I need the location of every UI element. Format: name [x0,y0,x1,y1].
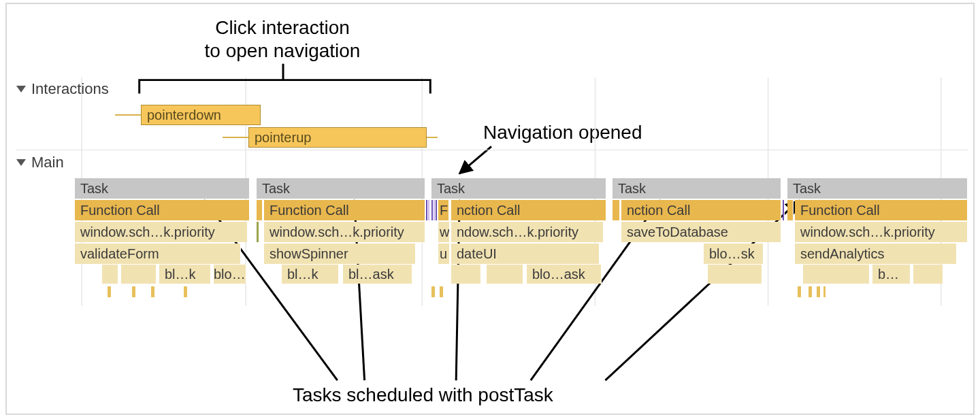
cap-a[interactable] [108,286,112,297]
sched-2[interactable]: window.sch…k.priority [264,222,425,242]
sub-4a[interactable] [708,265,762,284]
update-ui-a[interactable]: u [438,244,450,264]
validate-form[interactable]: validateForm [75,244,241,264]
sub-5b[interactable]: b… [872,265,911,284]
flame-row-functions: validateForm showSpinner u dateUI blo…sk… [75,244,968,265]
pointerdown-tail-left [115,114,141,116]
sub-3a[interactable] [451,265,481,284]
cap-c[interactable] [151,286,155,297]
task-1[interactable]: Task [75,178,250,199]
fc-5[interactable]: Function Call [795,200,968,220]
fc-5a[interactable] [787,200,794,220]
annotation-line-2: to open navigation [177,39,388,63]
task-4[interactable]: Task [612,178,781,199]
show-spinner[interactable]: showSpinner [264,244,416,264]
fc-2a[interactable] [257,200,263,220]
fc-2[interactable]: Function Call [264,200,425,220]
sched-5[interactable]: window.sch…k.priority [795,222,968,242]
flame-row-blocking: bl…k blo…sk bl…k bl…ask blo…ask b… [75,265,968,286]
sub-1a[interactable] [102,265,118,284]
svg-line-7 [459,146,491,173]
save-db[interactable]: saveToDatabase [621,222,781,242]
sub-1b[interactable] [121,265,157,284]
section-header-main[interactable]: Main [16,154,64,171]
update-ui[interactable]: dateUI [451,244,600,264]
task-3[interactable]: Task [431,178,606,199]
cap-j[interactable] [823,286,826,297]
cap-d[interactable] [184,286,188,297]
sched-3a[interactable]: w [438,222,450,242]
section-header-interactions[interactable]: Interactions [16,80,109,98]
flame-row-caps [75,286,968,307]
annotation-click-interaction: Click interaction to open navigation [177,16,388,62]
sub-3b[interactable] [487,265,523,284]
annotation-line-1: Click interaction [177,16,388,39]
fc-3[interactable]: nction Call [451,200,606,220]
sub-1d[interactable]: blo…sk [214,265,246,284]
sliver-purple-lt[interactable] [428,200,430,220]
disclosure-icon[interactable] [16,159,26,166]
fc-4a[interactable] [612,200,620,220]
task-2[interactable]: Task [257,178,425,199]
task-5[interactable]: Task [787,178,968,199]
sub-1c[interactable]: bl…k [159,265,211,284]
sub-2b[interactable]: bl…ask [343,265,412,284]
fc-3a[interactable]: F [438,200,449,220]
flame-row-function-call: Function Call Function Call F nction Cal… [75,200,968,221]
sub-3c[interactable]: blo…ask [527,265,602,284]
sliver-purple-4[interactable] [783,200,785,220]
cap-i[interactable] [817,286,821,297]
sliver-g1[interactable] [257,222,259,242]
sub-5c[interactable] [913,265,943,284]
fc-1[interactable]: Function Call [75,200,250,220]
flame-row-task: Task Task Task Task Task [75,178,968,199]
sub-5a[interactable] [803,265,870,284]
section-label: Interactions [31,80,109,98]
sub-2a[interactable]: bl…k [282,265,339,284]
cap-g[interactable] [798,286,802,297]
divider [16,150,968,150]
interaction-pointerup[interactable]: pointerup [248,127,427,148]
annotation-tasks-scheduled: Tasks scheduled with postTask [293,384,553,407]
cap-f[interactable] [440,286,444,297]
cap-b[interactable] [132,286,136,297]
cap-h[interactable] [808,286,813,297]
fc-4[interactable]: nction Call [621,200,781,220]
devtools-flame-chart: Click interaction to open navigation Nav… [5,3,975,415]
send-analytics[interactable]: sendAnalytics [795,244,957,264]
interaction-pointerdown[interactable]: pointerdown [141,105,261,125]
pointerup-tail-right [427,137,438,138]
sched-1[interactable]: window.sch…k.priority [75,222,248,242]
flame-row-scheduler: window.sch…k.priority window.sch…k.prior… [75,222,968,243]
sliver-purple-3[interactable] [436,200,438,220]
cap-e[interactable] [431,286,436,297]
pointerup-tail-left [223,137,248,138]
sched-3[interactable]: ndow.sch…k.priority [451,222,604,242]
section-label: Main [31,154,64,171]
annotation-navigation-opened: Navigation opened [483,121,642,144]
blosk-4[interactable]: blo…sk [704,244,764,264]
disclosure-icon[interactable] [16,86,26,93]
